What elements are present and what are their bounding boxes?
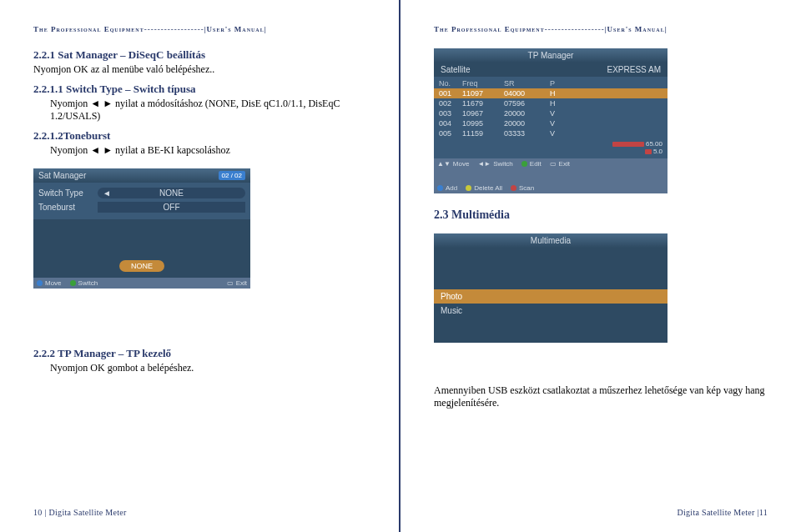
none-button[interactable]: NONE [119, 260, 164, 272]
sat-manager-footer: Move Switch ▭Exit [33, 278, 250, 289]
multimedia-body [434, 248, 668, 289]
section-2-2-1-2-body: Nyomjon ◄ ► nyilat a BE-KI kapcsoláshoz [50, 144, 365, 157]
page-header-left: The Professional Equipment--------------… [33, 25, 365, 33]
section-2-2-1-title: 2.2.1 Sat Manager – DiSeqC beállítás [33, 48, 365, 62]
signal-bar-q-icon [645, 149, 652, 154]
tp-satellite-row: Satellite EXPRESS AM [434, 63, 668, 77]
section-2-2-1-2-title: 2.2.1.2Toneburst [33, 129, 365, 143]
dot-icon [521, 161, 527, 167]
toneburst-label: Toneburst [38, 203, 93, 212]
page-footer-left: 10 | Digita Satellite Meter [33, 508, 127, 517]
table-row[interactable]: 0011109704000H [434, 88, 668, 98]
left-right-icon: ◄► [477, 160, 491, 168]
page-footer-right: Digita Satellite Meter |11 [677, 508, 768, 517]
up-down-icon: ▲▼ [437, 160, 451, 168]
foot-switch: Switch [70, 279, 98, 287]
sat-manager-title: Sat Manager [38, 171, 86, 180]
toneburst-row: Toneburst OFF [33, 200, 250, 214]
dot-icon [70, 280, 76, 286]
dot-icon [437, 185, 443, 191]
foot-move: Move [37, 279, 62, 287]
tp-sat-value[interactable]: EXPRESS AM [607, 65, 661, 74]
section-2-2-1-1-body: Nyomjon ◄ ► nyilat a módosításhoz (NONE,… [50, 98, 365, 123]
tp-manager-header: TP Manager [434, 48, 668, 63]
foot-edit: Edit [521, 160, 542, 168]
multimedia-title: Multimedia [439, 236, 662, 245]
foot-move: ▲▼Move [437, 160, 469, 168]
foot-add: Add [437, 184, 457, 192]
page-header-right: The Professional Equipment--------------… [434, 25, 768, 33]
col-p: P [550, 79, 662, 88]
tp-sat-label: Satellite [441, 65, 471, 74]
section-2-2-1-1-title: 2.2.1.1 Switch Type – Switch típusa [33, 83, 365, 96]
tp-table: No. Freq SR P 0011109704000H002116790759… [434, 77, 668, 158]
tp-table-head: No. Freq SR P [434, 78, 668, 88]
section-2-2-2-body: Nyomjon OK gombot a belépéshez. [50, 362, 365, 374]
foot-switch: ◄►Switch [477, 160, 512, 168]
switch-type-value[interactable]: ◄NONE [98, 188, 245, 198]
sat-manager-screenshot: Sat Manager 02 / 02 Switch Type ◄NONE To… [33, 168, 250, 289]
foot-delete-all: Delete All [466, 184, 502, 192]
switch-type-row: Switch Type ◄NONE [33, 186, 250, 200]
dot-icon [466, 185, 471, 191]
tp-manager-title: TP Manager [439, 51, 662, 60]
tp-signal-bars: 65.00 5.0 [434, 138, 668, 157]
dot-icon [37, 280, 43, 286]
exit-icon: ▭ [550, 160, 557, 168]
foot-exit: ▭Exit [227, 279, 247, 287]
foot-scan: Scan [511, 184, 534, 192]
sat-manager-badge: 02 / 02 [219, 171, 245, 180]
foot-exit: ▭Exit [550, 160, 570, 168]
col-no: No. [439, 79, 462, 88]
page-left: The Professional Equipment--------------… [0, 0, 400, 532]
page-right: The Professional Equipment--------------… [400, 0, 801, 532]
sat-manager-header: Sat Manager 02 / 02 [33, 168, 250, 183]
usb-text: Amennyiben USB eszközt csatlakoztat a mű… [434, 384, 768, 409]
tp-manager-footer: ▲▼Move ◄►Switch Edit ▭Exit Add Delete Al… [434, 158, 668, 193]
arrow-left-icon: ◄ [103, 188, 111, 198]
multimedia-screenshot: Multimedia Photo Music [434, 233, 668, 343]
col-sr: SR [504, 79, 550, 88]
table-row[interactable]: 0041099520000V [434, 118, 668, 128]
tp-manager-screenshot: TP Manager Satellite EXPRESS AM No. Freq… [434, 48, 668, 193]
multimedia-below [434, 318, 668, 343]
section-2-2-2-title: 2.2.2 TP Manager – TP kezelő [33, 347, 365, 360]
section-2-3-title: 2.3 Multimédia [434, 208, 768, 222]
dot-icon [511, 185, 516, 191]
switch-type-label: Switch Type [38, 188, 93, 198]
multimedia-header: Multimedia [434, 233, 668, 248]
table-row[interactable]: 0021167907596H [434, 98, 668, 108]
table-row[interactable]: 0031096720000V [434, 108, 668, 118]
signal-bar-s-icon [612, 142, 644, 147]
table-row[interactable]: 0051115903333V [434, 128, 668, 138]
toneburst-value[interactable]: OFF [98, 202, 245, 213]
multimedia-item-photo[interactable]: Photo [434, 289, 668, 304]
section-2-2-1-body: Nyomjon OK az al menübe való belépéshez.… [33, 63, 365, 76]
exit-icon: ▭ [227, 279, 234, 287]
sat-manager-empty-area: NONE [33, 219, 250, 278]
multimedia-item-music[interactable]: Music [434, 304, 668, 318]
col-freq: Freq [462, 79, 504, 88]
